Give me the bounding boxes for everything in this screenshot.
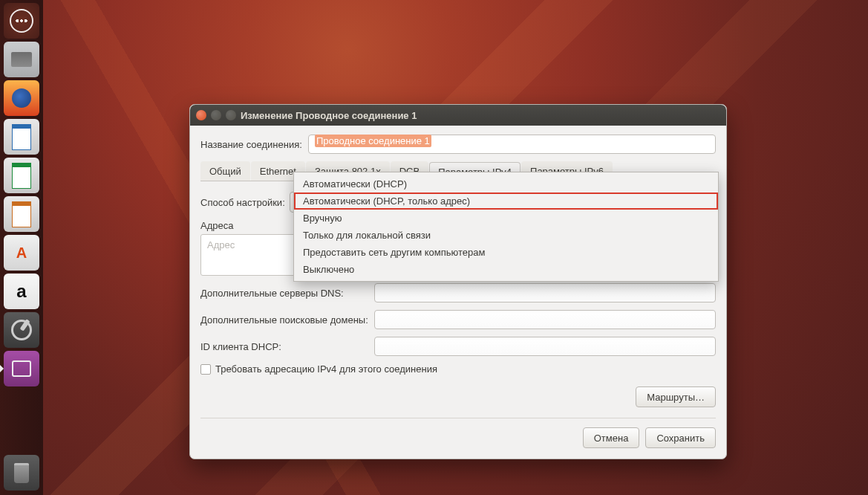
dhcp-client-id-input[interactable] [374,337,716,356]
cancel-button[interactable]: Отмена [583,427,640,448]
method-option-disabled[interactable]: Выключено [294,261,718,278]
system-settings-icon[interactable] [4,312,39,348]
routes-button[interactable]: Маршруты… [636,386,716,407]
method-option-dhcp[interactable]: Автоматически (DHCP) [294,175,718,192]
window-minimize-icon[interactable] [211,110,221,120]
libreoffice-calc-icon[interactable] [4,158,39,193]
amazon-icon[interactable] [4,274,39,309]
tab-general[interactable]: Общий [200,161,250,181]
connection-name-value: Проводное соединение 1 [315,135,431,147]
dialog-title: Изменение Проводное соединение 1 [241,110,417,121]
top-panel [0,0,868,18]
require-ipv4-label: Требовать адресацию IPv4 для этого соеди… [215,363,437,375]
active-indicator-icon [0,365,7,372]
dash-icon[interactable] [4,3,39,39]
files-icon[interactable] [4,42,39,77]
libreoffice-impress-icon[interactable] [4,196,39,232]
method-option-manual[interactable]: Вручную [294,210,718,227]
network-connections-icon[interactable] [4,351,39,386]
addresses-placeholder: Адрес [207,239,235,250]
ubuntu-software-icon[interactable] [4,235,39,271]
firefox-icon[interactable] [4,80,39,116]
libreoffice-writer-icon[interactable] [4,119,39,155]
method-dropdown: Автоматически (DHCP) Автоматически (DHCP… [293,172,719,282]
dns-label: Дополнительные серверы DNS: [200,288,374,299]
method-option-shared[interactable]: Предоставить сеть другим компьютерам [294,244,718,261]
window-maximize-icon[interactable] [226,110,236,120]
search-domains-label: Дополнительные поисковые домены: [200,314,374,326]
save-button[interactable]: Сохранить [645,427,716,448]
connection-name-input[interactable]: Проводное соединение 1 [308,135,716,154]
connection-name-label: Название соединения: [200,139,302,150]
dns-input[interactable] [374,283,716,302]
dialog-titlebar[interactable]: Изменение Проводное соединение 1 [190,105,726,126]
method-option-link-local[interactable]: Только для локальной связи [294,227,718,244]
edit-connection-dialog: Изменение Проводное соединение 1 Названи… [189,104,727,459]
trash-icon[interactable] [4,455,39,491]
search-domains-input[interactable] [374,310,716,329]
method-label: Способ настройки: [200,197,290,208]
method-option-dhcp-address-only[interactable]: Автоматически (DHCP, только адрес) [294,192,718,210]
window-close-icon[interactable] [196,110,206,120]
unity-launcher [0,0,43,495]
require-ipv4-checkbox[interactable] [200,364,211,375]
dhcp-client-id-label: ID клиента DHCP: [200,341,374,352]
